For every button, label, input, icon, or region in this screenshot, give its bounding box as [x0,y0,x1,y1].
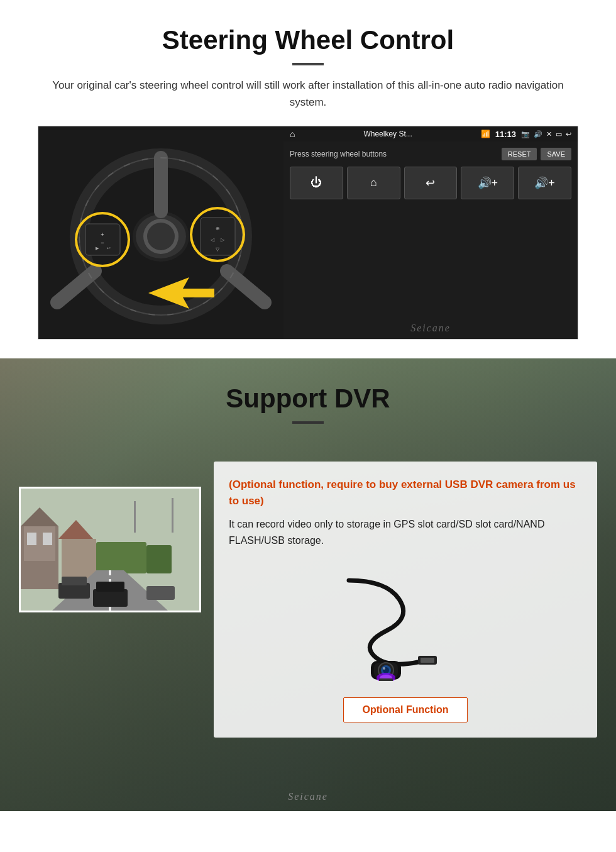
svg-rect-32 [96,542,146,573]
svg-text:−: − [101,240,104,246]
dvr-info-card: (Optional function, require to buy exter… [214,462,597,737]
svg-rect-29 [43,533,52,545]
dvr-title: Support DVR [38,384,578,414]
svg-rect-38 [146,586,175,600]
ctrl-power[interactable]: ⏻ [290,167,343,199]
svg-rect-53 [379,678,393,681]
x-icon: ✕ [546,130,552,138]
status-icons: 📷 🔊 ✕ ▭ ↩ [521,130,571,138]
svg-rect-37 [62,577,87,585]
svg-rect-41 [134,501,136,533]
back-icon: ↩ [566,130,571,138]
ctrl-home[interactable]: ⌂ [347,167,400,199]
steering-controls-grid: ⏻ ⌂ ↩ 🔊+ 🔊+ [290,167,571,199]
ctrl-vol-up[interactable]: 🔊+ [518,167,571,199]
dvr-optional-note: (Optional function, require to buy exter… [229,477,582,509]
dvr-lower-content: (Optional function, require to buy exter… [0,462,616,756]
svg-rect-33 [146,545,172,573]
swc-action-buttons[interactable]: RESET SAVE [502,148,571,160]
dvr-thumbnail-svg [21,489,199,611]
swc-screen-body: Press steering wheel buttons RESET SAVE … [283,141,578,339]
svg-point-10 [147,223,175,250]
svg-text:◁: ◁ [211,237,215,243]
swc-screen-header: Press steering wheel buttons RESET SAVE [290,148,571,160]
ctrl-vol-down[interactable]: 🔊+ [461,167,514,199]
optional-function-container: Optional Function [229,697,582,722]
swc-description: Your original car's steering wheel contr… [38,77,578,111]
sound-icon: 🔊 [534,130,542,138]
dvr-watermark: Seicane [0,791,616,802]
dvr-camera-svg [336,568,475,681]
swc-title-divider [292,63,324,65]
ctrl-back[interactable]: ↩ [404,167,458,199]
swc-android-screen: ⌂ Wheelkey St... 📶 11:13 📷 🔊 ✕ ▭ ↩ Press… [283,126,578,339]
dvr-camera-illustration [229,562,582,687]
svg-text:▷: ▷ [221,237,225,243]
steering-wheel-photo: + − ▶ ↩ ⊕ ◁ ▷ ▽ [38,126,283,340]
svg-rect-39 [93,589,128,607]
svg-point-50 [383,667,385,670]
screen-icon: ▭ [556,130,562,138]
svg-rect-42 [172,498,173,533]
svg-rect-40 [96,582,124,592]
svg-text:▽: ▽ [216,246,220,252]
save-button[interactable]: SAVE [541,148,571,160]
instruction-text: Press steering wheel buttons [290,150,387,158]
steering-wheel-svg: + − ▶ ↩ ⊕ ◁ ▷ ▽ [38,126,283,340]
svg-text:⊕: ⊕ [216,226,220,231]
svg-rect-28 [27,533,36,545]
dvr-description: It can record video only to storage in G… [229,516,582,548]
steering-wheel-control-section: Steering Wheel Control Your original car… [0,0,616,358]
svg-rect-44 [421,658,434,663]
home-icon: ⌂ [290,129,295,139]
swc-composite-image: + − ▶ ↩ ⊕ ◁ ▷ ▽ ⌂ [38,126,578,340]
dvr-title-area: Support DVR [0,358,616,462]
dvr-video-thumbnail [19,487,201,612]
swc-watermark: Seicane [283,323,578,334]
optional-function-button[interactable]: Optional Function [343,697,468,722]
support-dvr-section: Support DVR [0,358,616,811]
svg-text:↩: ↩ [107,246,111,250]
clock: 11:13 [495,130,516,139]
dvr-title-divider [292,421,324,424]
app-title: Wheelkey St... [300,130,475,138]
svg-text:+: + [101,231,104,238]
swc-title: Steering Wheel Control [38,25,578,55]
reset-button[interactable]: RESET [502,148,537,160]
sim-icon: 📶 [481,130,490,138]
android-status-bar: ⌂ Wheelkey St... 📶 11:13 📷 🔊 ✕ ▭ ↩ [283,126,578,141]
camera-icon: 📷 [521,130,530,138]
